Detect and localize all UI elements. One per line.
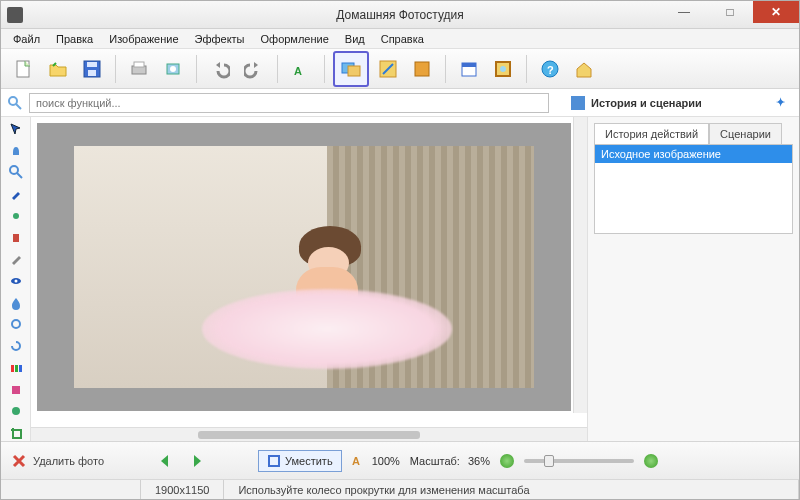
maximize-button[interactable]: □ [707, 1, 753, 23]
menu-bar: Файл Правка Изображение Эффекты Оформлен… [1, 29, 799, 49]
zoom-in-button[interactable] [644, 454, 658, 468]
photo-image [74, 146, 533, 388]
history-item[interactable]: Исходное изображение [595, 145, 792, 163]
print-button[interactable] [124, 54, 154, 84]
menu-effects[interactable]: Эффекты [187, 31, 253, 47]
eyedropper-tool[interactable] [6, 186, 26, 202]
next-image-button[interactable] [186, 450, 208, 472]
svg-rect-30 [15, 365, 18, 372]
crop-button[interactable] [407, 54, 437, 84]
undo-button[interactable] [205, 54, 235, 84]
tab-history[interactable]: История действий [594, 123, 709, 145]
image-compose-button[interactable] [333, 51, 369, 87]
minimize-button[interactable]: — [661, 1, 707, 23]
svg-rect-12 [415, 62, 429, 76]
search-icon [7, 95, 23, 111]
zoom-slider[interactable] [524, 459, 634, 463]
open-folder-button[interactable] [43, 54, 73, 84]
scan-button[interactable] [158, 54, 188, 84]
search-input[interactable] [29, 93, 549, 113]
swirl-tool[interactable] [6, 338, 26, 354]
close-button[interactable]: ✕ [753, 1, 799, 23]
svg-point-16 [500, 66, 506, 72]
help-button[interactable]: ? [535, 54, 565, 84]
svg-point-22 [10, 166, 18, 174]
left-toolbox [1, 117, 31, 441]
workspace: История действий Сценарии Исходное изобр… [1, 117, 799, 441]
history-list[interactable]: Исходное изображение [594, 144, 793, 234]
calendar-button[interactable] [454, 54, 484, 84]
status-dimensions: 1900x1150 [141, 480, 224, 499]
svg-point-28 [12, 320, 20, 328]
title-bar: Домашняя Фотостудия — □ ✕ [1, 1, 799, 29]
toolbar-separator [277, 55, 278, 83]
stamp-tool[interactable] [6, 230, 26, 246]
frame-button[interactable] [488, 54, 518, 84]
menu-file[interactable]: Файл [5, 31, 48, 47]
hand-tool[interactable] [6, 143, 26, 159]
svg-rect-14 [462, 63, 476, 67]
toolbar-separator [445, 55, 446, 83]
zoom-100-button[interactable]: A 100% [352, 455, 400, 467]
window-buttons: — □ ✕ [661, 1, 799, 23]
horizontal-scrollbar[interactable] [31, 427, 587, 441]
redo-button[interactable] [239, 54, 269, 84]
canvas-background [37, 123, 571, 411]
redeye-tool[interactable] [6, 273, 26, 289]
svg-point-24 [13, 213, 19, 219]
scale-prefix: Масштаб: [410, 455, 460, 467]
fit-icon [267, 454, 281, 468]
zoom-out-button[interactable] [500, 454, 514, 468]
history-panel-title-row: История и сценарии [571, 96, 702, 110]
svg-rect-21 [571, 96, 585, 110]
bottom-toolbar: Удалить фото Уместить A 100% Масштаб: 36… [1, 441, 799, 479]
panel-icon [571, 96, 585, 110]
menu-decoration[interactable]: Оформление [253, 31, 337, 47]
pointer-tool[interactable] [6, 121, 26, 137]
svg-line-20 [16, 104, 21, 109]
dodge-tool[interactable] [6, 317, 26, 333]
new-file-button[interactable] [9, 54, 39, 84]
search-row: История и сценарии ✦ [1, 89, 799, 117]
toolbar-separator [115, 55, 116, 83]
zoom-readout: Масштаб: 36% [410, 455, 490, 467]
svg-text:A: A [352, 455, 360, 467]
home-button[interactable] [569, 54, 599, 84]
svg-rect-34 [269, 456, 279, 466]
prev-image-button[interactable] [154, 450, 176, 472]
gradient-tool[interactable] [6, 360, 26, 376]
panel-expand-icon[interactable]: ✦ [776, 96, 785, 109]
brush-tool[interactable] [6, 208, 26, 224]
effects-tool[interactable] [6, 382, 26, 398]
vertical-scrollbar[interactable] [573, 117, 587, 413]
canvas-viewport[interactable] [31, 117, 587, 427]
tab-scenarios[interactable]: Сценарии [709, 123, 782, 145]
pencil-tool[interactable] [6, 251, 26, 267]
history-panel: История действий Сценарии Исходное изобр… [587, 117, 799, 441]
svg-point-7 [170, 66, 176, 72]
crop-tool[interactable] [6, 425, 26, 441]
zoom-slider-knob[interactable] [544, 455, 554, 467]
main-toolbar: A ? [1, 49, 799, 89]
window-title: Домашняя Фотостудия [336, 8, 463, 22]
fit-button[interactable]: Уместить [258, 450, 342, 472]
zoom-tool[interactable] [6, 164, 26, 180]
text-button[interactable]: A [286, 54, 316, 84]
delete-photo-button[interactable]: Удалить фото [11, 453, 104, 469]
menu-edit[interactable]: Правка [48, 31, 101, 47]
menu-image[interactable]: Изображение [101, 31, 186, 47]
blur-tool[interactable] [6, 295, 26, 311]
canvas-area [31, 117, 587, 441]
fit-label: Уместить [285, 455, 333, 467]
healing-tool[interactable] [6, 404, 26, 420]
svg-point-19 [9, 97, 17, 105]
svg-point-33 [12, 407, 20, 415]
menu-view[interactable]: Вид [337, 31, 373, 47]
toolbar-separator [196, 55, 197, 83]
save-button[interactable] [77, 54, 107, 84]
svg-point-27 [14, 280, 17, 283]
status-bar: 1900x1150 Используйте колесо прокрутки д… [1, 479, 799, 499]
menu-help[interactable]: Справка [373, 31, 432, 47]
svg-rect-2 [87, 62, 97, 67]
resize-button[interactable] [373, 54, 403, 84]
